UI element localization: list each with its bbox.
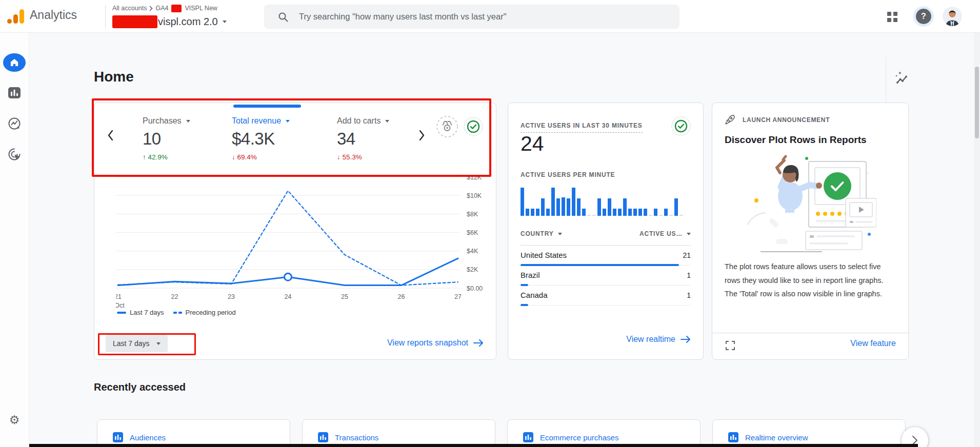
announcement-tag: LAUNCH ANNOUNCEMENT [724, 114, 830, 126]
minute-bar [572, 188, 575, 216]
svg-text:$12K: $12K [467, 174, 482, 181]
announcement-illustration [745, 153, 876, 254]
view-realtime-link[interactable]: View realtime [626, 335, 691, 344]
svg-text:$4K: $4K [467, 248, 478, 255]
top-app-bar: Analytics All accounts GA4 VISPL New vis… [0, 0, 980, 33]
page-title: Home [94, 69, 134, 85]
view-reports-snapshot-link[interactable]: View reports snapshot [387, 338, 484, 348]
recent-card-transactions[interactable]: Transactions [302, 419, 495, 447]
metric-add-to-carts[interactable]: Add to carts34↓ 55.3% [337, 116, 389, 161]
brand-title: Analytics [30, 8, 77, 22]
solid-line-swatch [117, 312, 126, 314]
sidebar-item-reports[interactable] [3, 83, 26, 103]
country-table-header: COUNTRY ACTIVE US… [521, 230, 691, 237]
advertising-target-icon [8, 148, 21, 161]
sidebar-item-home[interactable] [3, 52, 26, 73]
scrollbar[interactable] [974, 33, 980, 447]
metric-delta: ↓ 55.3% [337, 153, 389, 161]
country-row: United States21 [521, 246, 691, 266]
google-analytics-logo[interactable] [7, 8, 26, 25]
minute-bar [592, 215, 596, 216]
search-input[interactable] [299, 12, 679, 22]
link-label: View feature [850, 339, 896, 348]
metric-selector[interactable]: Total revenue [232, 116, 290, 126]
svg-text:Oct: Oct [116, 302, 125, 309]
legend-preceding-period: Preceding period [173, 309, 236, 316]
breadcrumb-all-accounts[interactable]: All accounts [112, 5, 147, 12]
country-name: Canada [521, 291, 548, 299]
sidebar-item-explore[interactable] [3, 113, 26, 134]
minute-bar [562, 197, 565, 216]
minute-bar [664, 209, 668, 216]
arrow-right-icon [473, 339, 484, 347]
date-range-button[interactable]: Last 7 days [106, 335, 168, 352]
chevron-down-icon [286, 120, 290, 123]
scrollbar-thumb[interactable] [975, 67, 979, 138]
home-icon [10, 58, 19, 67]
carousel-indicator [233, 105, 301, 108]
minute-bar [556, 198, 560, 216]
breadcrumb-account: GA4 [155, 5, 168, 12]
report-chart-icon [113, 432, 123, 442]
insight-status-button[interactable] [464, 117, 483, 138]
report-chart-icon [318, 432, 328, 442]
recent-card-realtime-overview[interactable]: Realtime overview [712, 419, 906, 447]
metric-purchases[interactable]: Purchases10↑ 42.9% [143, 116, 190, 161]
metric-selector[interactable]: Add to carts [337, 116, 389, 126]
column-label: COUNTRY [521, 230, 554, 237]
sidebar-item-admin-settings[interactable]: ⚙ [3, 410, 26, 430]
overview-metrics-card: Purchases10↑ 42.9%Total revenue$4.3K↓ 69… [94, 103, 496, 360]
carousel-previous-button[interactable] [104, 128, 117, 143]
insight-medal-button[interactable] [436, 115, 458, 140]
analytics-home-page: Analytics All accounts GA4 VISPL New vis… [0, 0, 980, 447]
active-users-column-header[interactable]: ACTIVE US… [639, 230, 691, 237]
country-row: Brazil1 [521, 266, 691, 286]
active-users-header: ACTIVE USERS IN LAST 30 MINUTES [521, 122, 643, 133]
apps-grid-button[interactable] [885, 9, 900, 25]
breadcrumb-property: VISPL New [185, 5, 217, 12]
country-column-header[interactable]: COUNTRY [521, 230, 562, 237]
date-range-label: Last 7 days [113, 339, 150, 348]
metric-total-revenue[interactable]: Total revenue$4.3K↓ 69.4% [232, 116, 290, 161]
country-bar [521, 304, 528, 306]
minute-bar [608, 198, 611, 216]
minute-bar [597, 198, 601, 216]
bar-chart-icon [8, 87, 21, 98]
legend-label: Last 7 days [130, 309, 164, 316]
minute-bar [638, 209, 642, 216]
chevron-down-icon [186, 120, 190, 123]
minute-bar [536, 209, 539, 216]
realtime-card: ACTIVE USERS IN LAST 30 MINUTES 24 ACTIV… [508, 103, 704, 360]
user-avatar[interactable] [943, 7, 962, 26]
country-active-users: 1 [687, 291, 691, 299]
revenue-trend-chart-container: $12K$10K$8K$6K$4K$2K$0.0021222324252627O… [116, 173, 483, 310]
report-chart-icon [728, 432, 738, 442]
account-property-switcher[interactable]: All accounts GA4 VISPL New vispl.com 2.0 [112, 4, 227, 29]
property-name: vispl.com 2.0 [158, 16, 218, 28]
report-chart-icon [523, 432, 533, 442]
minute-bar [567, 198, 570, 216]
minute-bar [526, 209, 529, 216]
country-table-body: United States21Brazil1Canada1 [521, 246, 691, 306]
property-selector[interactable]: vispl.com 2.0 [112, 14, 227, 29]
realtime-status-button[interactable] [671, 116, 691, 138]
divider [712, 333, 908, 333]
expand-button[interactable] [725, 340, 736, 351]
view-feature-link[interactable]: View feature [850, 339, 896, 348]
arrow-right-icon [681, 336, 691, 343]
svg-text:24: 24 [285, 293, 292, 300]
link-label: View reports snapshot [387, 338, 468, 348]
metric-selector[interactable]: Purchases [143, 116, 190, 126]
metric-label: Purchases [143, 116, 182, 126]
metric-delta: ↑ 42.9% [143, 153, 190, 161]
recent-card-audiences[interactable]: Audiences [97, 419, 290, 447]
recent-card-ecommerce-purchases[interactable]: Ecommerce purchases [507, 419, 701, 447]
metric-value: 10 [143, 129, 190, 149]
left-navigation-rail: ⚙ [0, 33, 29, 447]
carousel-next-button[interactable] [415, 128, 429, 143]
help-button[interactable]: ? [916, 9, 931, 24]
sidebar-item-advertising[interactable] [3, 144, 26, 165]
minute-bar [587, 215, 591, 216]
insights-button[interactable] [892, 70, 911, 88]
search-bar[interactable] [264, 5, 679, 29]
